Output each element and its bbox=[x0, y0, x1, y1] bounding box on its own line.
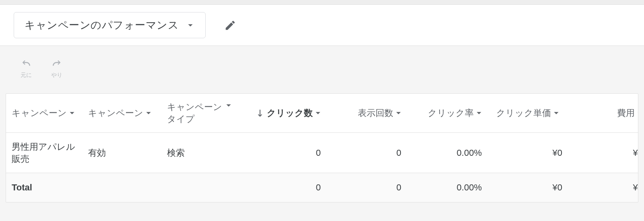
cell-status: 有効 bbox=[83, 139, 161, 167]
total-empty bbox=[83, 180, 161, 196]
caret-down-icon bbox=[553, 110, 559, 116]
table-header-row: キャンペーン キャンペーン キャンペーン タイプ クリック数 表示回数 bbox=[6, 94, 638, 133]
table-row[interactable]: 男性用アパレル販売 有効 検索 0 0 0.00% ¥0 ¥0 bbox=[6, 133, 638, 173]
cell-type: 検索 bbox=[161, 139, 244, 167]
col-header-clicks[interactable]: クリック数 bbox=[244, 107, 326, 119]
undo-label: 元に bbox=[21, 72, 32, 79]
cell-ctr: 0.00% bbox=[407, 140, 487, 166]
pencil-icon bbox=[224, 19, 236, 31]
col-header-campaign[interactable]: キャンペーン bbox=[6, 107, 83, 119]
total-cpc: ¥0 bbox=[487, 174, 568, 201]
col-header-label: キャンペーン タイプ bbox=[167, 101, 223, 125]
col-header-label: クリック率 bbox=[428, 107, 474, 119]
col-header-label: キャンペーン bbox=[88, 107, 143, 119]
redo-label: やり bbox=[51, 72, 62, 79]
total-impressions: 0 bbox=[326, 174, 407, 201]
edit-button[interactable] bbox=[224, 19, 236, 31]
total-cost: ¥0 bbox=[568, 174, 638, 201]
undo-button[interactable]: 元に bbox=[19, 58, 33, 79]
total-label: Total bbox=[6, 174, 83, 201]
col-header-cpc[interactable]: クリック単価 bbox=[487, 107, 568, 119]
canvas-area: 元に やり キャンペーン キャンペーン キャンペーン タイプ bbox=[0, 46, 644, 219]
top-strip bbox=[0, 0, 644, 5]
col-header-label: 費用 bbox=[617, 107, 635, 119]
caret-down-icon bbox=[188, 23, 193, 28]
caret-down-icon bbox=[315, 110, 321, 116]
cell-impressions: 0 bbox=[326, 140, 407, 166]
undo-icon bbox=[19, 58, 33, 70]
report-selector-label: キャンペーンのパフォーマンス bbox=[25, 18, 179, 32]
performance-table: キャンペーン キャンペーン キャンペーン タイプ クリック数 表示回数 bbox=[6, 93, 638, 202]
col-header-impressions[interactable]: 表示回数 bbox=[326, 107, 407, 119]
redo-button[interactable]: やり bbox=[50, 58, 64, 79]
header-bar: キャンペーンのパフォーマンス bbox=[0, 5, 644, 46]
col-header-ctr[interactable]: クリック率 bbox=[407, 107, 487, 119]
cell-cpc: ¥0 bbox=[487, 140, 568, 166]
total-empty bbox=[161, 180, 244, 196]
caret-down-icon bbox=[69, 110, 75, 116]
caret-down-icon bbox=[476, 110, 482, 116]
col-header-campaign-type[interactable]: キャンペーン タイプ bbox=[161, 101, 244, 125]
cell-campaign: 男性用アパレル販売 bbox=[6, 133, 83, 173]
total-ctr: 0.00% bbox=[407, 174, 487, 201]
cell-cost: ¥0 bbox=[568, 140, 638, 166]
col-header-campaign-status[interactable]: キャンペーン bbox=[83, 107, 161, 119]
redo-icon bbox=[50, 58, 64, 70]
caret-down-icon bbox=[637, 110, 638, 116]
caret-down-icon bbox=[396, 110, 401, 116]
total-clicks: 0 bbox=[244, 174, 326, 201]
history-toolbar: 元に やり bbox=[6, 55, 638, 93]
col-header-label: キャンペーン bbox=[12, 107, 67, 119]
sort-down-icon bbox=[257, 109, 263, 117]
col-header-label: クリック単価 bbox=[496, 107, 551, 119]
caret-down-icon bbox=[146, 110, 151, 116]
table-total-row: Total 0 0 0.00% ¥0 ¥0 bbox=[6, 173, 638, 202]
col-header-label: 表示回数 bbox=[358, 107, 393, 119]
report-selector-dropdown[interactable]: キャンペーンのパフォーマンス bbox=[14, 12, 206, 38]
col-header-cost[interactable]: 費用 bbox=[568, 107, 638, 119]
caret-down-icon bbox=[226, 103, 231, 108]
cell-clicks: 0 bbox=[244, 140, 326, 166]
col-header-label: クリック数 bbox=[267, 107, 313, 119]
